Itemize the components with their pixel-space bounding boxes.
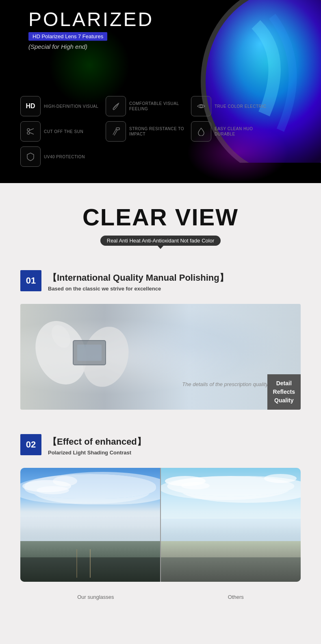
sky-bottom [20,541,301,582]
svg-point-7 [27,132,30,134]
svg-rect-10 [116,128,119,130]
feather-icon [106,96,126,116]
polarized-title: POLARIZED [28,8,154,31]
clear-view-title: CLEAR VIEW [8,203,313,231]
svg-line-8 [30,129,34,131]
section-02: 02 【Effect of enhanced】 Polarized Light … [0,422,321,468]
features-grid: HD HIGH-DEFINITION VISUAL COMFORTABLE VI… [20,96,272,167]
section-01-number: 01 [20,270,41,291]
feature-comfortable: COMFORTABLE VISUAL FEELING [106,96,187,116]
clear-view-section: CLEAR VIEW Real Anti Heat Anti-Antioxida… [0,183,321,258]
anti-heat-badge: Real Anti Heat Anti-Antioxidant Not fade… [100,236,221,246]
prescription-caption: The details of the prescription quality [182,381,268,387]
hero-content: POLARIZED HD Polarized Lens 7 Features (… [28,8,154,50]
detail-reflects-quality-badge: DetailReflectsQuality [267,374,301,410]
gloves-illustration [28,312,142,402]
detail-badge-text: DetailReflectsQuality [273,380,295,404]
svg-point-5 [200,105,202,107]
special-text: (Special for High end) [28,43,154,50]
ground-right-panel [161,541,301,582]
svg-rect-17 [77,345,102,361]
section-01-image: The details of the prescription quality … [20,304,301,410]
section-01-title: 【International Quality Manual Polishing】 [48,272,228,284]
ground-left-panel [20,541,160,582]
svg-line-9 [30,133,34,135]
svg-line-12 [114,130,117,135]
sky-top [20,468,301,541]
section-02-title: 【Effect of enhanced】 [48,436,146,448]
feature-cutoff: CUT OFF THE SUN [20,121,102,142]
comparison-labels: Our sunglasses Others [0,590,321,608]
hammer-icon [106,121,126,142]
section-01: 01 【International Quality Manual Polishi… [0,258,321,304]
right-label: Others [228,594,244,600]
feature-label-hd: HIGH-DEFINITION VISUAL [44,104,98,109]
section-02-header: 02 【Effect of enhanced】 Polarized Light … [20,434,301,456]
feature-label-cutoff: CUT OFF THE SUN [44,129,83,134]
droplet-icon [191,121,211,142]
hd-badge: HD Polarized Lens 7 Features [28,32,107,41]
section-01-subtitle: Based on the classic we strive for excel… [48,286,228,292]
feature-label-resistance: STRONG RESISTANCE TO IMPACT [129,126,187,137]
section-01-title-group: 【International Quality Manual Polishing】… [48,270,228,292]
section-02-image [20,468,301,582]
sky-right-panel [161,468,301,541]
shield-icon [20,146,41,167]
left-label: Our sunglasses [77,594,114,600]
section-02-subtitle: Polarized Light Shading Contrast [48,450,146,456]
svg-line-11 [113,129,116,135]
eye-icon [191,96,211,116]
feature-resistance: STRONG RESISTANCE TO IMPACT [106,121,187,142]
feature-label-truecolor: TRUE COLOR ELECTRIC [215,104,266,109]
feature-hd: HD HIGH-DEFINITION VISUAL [20,96,102,116]
feature-uv: UV40 PROTECTION [20,146,102,167]
scissors-icon [20,121,41,142]
section-02-number: 02 [20,434,41,455]
section-01-header: 01 【International Quality Manual Polishi… [20,270,301,292]
hd-icon: HD [20,96,41,116]
feature-easyclean: EASY CLEAN HUO DURABLE [191,121,272,142]
svg-point-6 [27,129,30,131]
section-02-title-group: 【Effect of enhanced】 Polarized Light Sha… [48,434,146,456]
feature-label-easyclean: EASY CLEAN HUO DURABLE [215,126,272,137]
feature-label-uv: UV40 PROTECTION [44,154,85,159]
feature-truecolor: TRUE COLOR ELECTRIC [191,96,272,116]
feature-label-comfortable: COMFORTABLE VISUAL FEELING [129,101,187,111]
hero-section: POLARIZED HD Polarized Lens 7 Features (… [0,0,321,183]
polish-image-bg: The details of the prescription quality … [20,304,301,410]
sky-left-panel [20,468,160,541]
